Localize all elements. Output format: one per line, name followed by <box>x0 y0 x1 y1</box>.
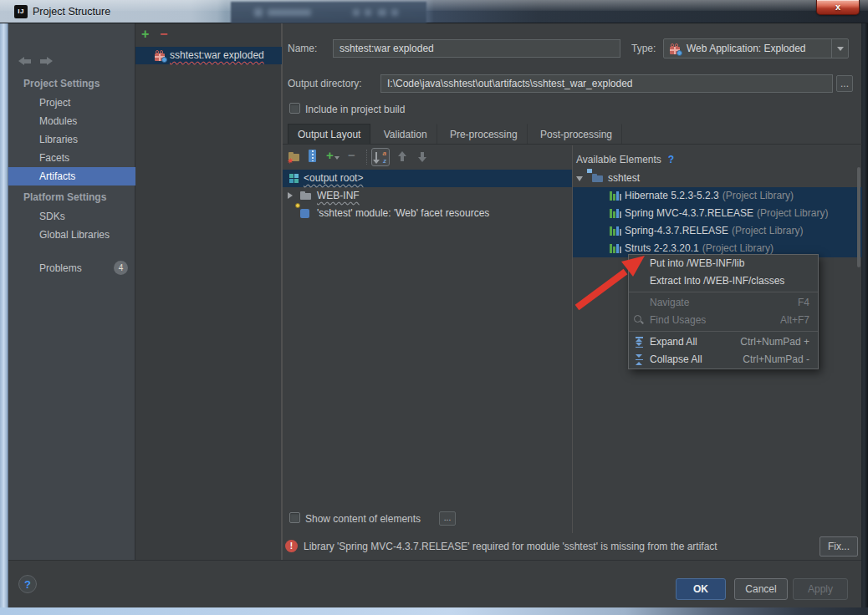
window-frame-right <box>861 23 868 615</box>
error-bar: ! Library 'Spring MVC-4.3.7.RELEASE' req… <box>283 535 862 560</box>
help-button[interactable]: ? <box>18 575 37 593</box>
tree-row-module-facet[interactable]: 'sshtest' module: 'Web' facet resources <box>283 205 572 222</box>
tabs-underline <box>283 144 862 145</box>
show-content-of-elements-label: Show content of elements <box>305 513 421 525</box>
menu-item-label: Navigate <box>650 297 689 308</box>
available-elements-title: Available Elements <box>576 154 661 165</box>
help-icon[interactable]: ? <box>668 154 674 165</box>
dropdown-arrow-icon[interactable] <box>831 39 848 58</box>
menu-separator <box>629 331 818 332</box>
name-label: Name: <box>288 43 317 54</box>
artifact-tabs: Output Layout Validation Pre-processing … <box>288 124 622 145</box>
sort-alphabetically-icon[interactable]: az <box>371 148 390 166</box>
web-inf-label: WEB-INF <box>317 187 360 205</box>
sidebar-item-artifacts[interactable]: Artifacts <box>8 167 135 186</box>
context-menu: Put into /WEB-INF/lib Extract Into /WEB-… <box>628 254 819 369</box>
create-directory-icon[interactable]: ✷ <box>288 150 301 163</box>
name-input[interactable] <box>333 39 620 58</box>
library-name: Hibernate 5.2.3-5.2.3 <box>625 190 719 201</box>
browse-output-directory-button[interactable]: ... <box>836 75 853 92</box>
add-artifact-button[interactable]: + <box>141 27 149 42</box>
tab-pre-processing[interactable]: Pre-processing <box>440 124 528 145</box>
menu-item-collapse-all[interactable]: Ctrl+NumPad - Collapse All <box>629 351 818 368</box>
library-name: Spring-4.3.7.RELEASE <box>625 225 728 236</box>
expand-all-icon <box>634 337 645 348</box>
menu-separator <box>629 292 818 292</box>
sidebar-item-facets[interactable]: Facets <box>8 149 135 167</box>
problems-label: Problems <box>39 262 82 274</box>
chevron-right-icon[interactable] <box>288 192 293 199</box>
menu-item-label: Expand All <box>650 336 697 348</box>
move-down-icon[interactable] <box>417 151 427 162</box>
forward-arrow-icon[interactable] <box>38 57 53 66</box>
cancel-button[interactable]: Cancel <box>734 578 788 600</box>
menu-item-expand-all[interactable]: Ctrl+NumPad + Expand All <box>629 333 818 351</box>
menu-item-put-into-web-inf-lib[interactable]: Put into /WEB-INF/lib <box>629 255 818 272</box>
intellij-logo-icon: IJ <box>14 5 28 18</box>
library-icon <box>610 243 621 254</box>
close-button[interactable]: x <box>816 0 860 15</box>
move-up-icon[interactable] <box>397 151 407 162</box>
fix-button[interactable]: Fix... <box>819 536 858 557</box>
menu-item-navigate[interactable]: F4 Navigate <box>629 294 818 312</box>
tree-row-web-inf[interactable]: WEB-INF <box>283 187 572 205</box>
tree-row-output-root[interactable]: <output root> <box>283 170 572 187</box>
sidebar-item-problems[interactable]: Problems 4 <box>8 259 135 277</box>
add-element-icon[interactable]: + <box>326 148 334 162</box>
type-dropdown[interactable]: Web Application: Exploded <box>663 38 849 58</box>
window-frame-left <box>0 23 8 615</box>
chevron-down-icon[interactable] <box>576 176 583 181</box>
apply-button[interactable]: Apply <box>793 578 848 600</box>
title-bar: IJ Project Structure x <box>0 0 868 23</box>
create-archive-icon[interactable] <box>309 150 316 162</box>
back-arrow-icon[interactable] <box>18 57 33 66</box>
include-in-project-build-checkbox[interactable] <box>289 103 300 114</box>
tab-output-layout[interactable]: Output Layout <box>288 124 370 145</box>
include-in-project-build-label: Include in project build <box>305 104 405 115</box>
menu-item-find-usages[interactable]: Alt+F7 Find Usages <box>629 312 818 329</box>
ok-button[interactable]: OK <box>676 578 726 600</box>
library-kind: (Project Library) <box>722 190 794 201</box>
show-content-of-elements-checkbox[interactable] <box>289 512 300 523</box>
available-libraries-list: Hibernate 5.2.3-5.2.3(Project Library) S… <box>573 187 862 257</box>
sidebar-item-libraries[interactable]: Libraries <box>8 130 135 149</box>
module-facet-label: 'sshtest' module: 'Web' facet resources <box>317 205 489 222</box>
shortcut-label: Ctrl+NumPad - <box>743 351 809 368</box>
library-kind: (Project Library) <box>732 225 803 236</box>
project-structure-dialog: IJ Project Structure x Project Settings … <box>0 0 868 615</box>
output-directory-label: Output directory: <box>288 78 362 89</box>
tab-validation[interactable]: Validation <box>374 124 437 145</box>
menu-item-label: Find Usages <box>650 314 706 326</box>
tree-row-sshtest-module[interactable]: sshtest <box>573 170 862 187</box>
artifact-icon <box>154 49 166 62</box>
menu-item-extract-into-web-inf-classes[interactable]: Extract Into /WEB-INF/classes <box>629 272 818 290</box>
remove-artifact-button[interactable]: − <box>160 27 167 42</box>
sidebar-item-sdks[interactable]: SDKs <box>8 207 135 226</box>
error-message: Library 'Spring MVC-4.3.7.RELEASE' requi… <box>304 541 717 552</box>
error-icon: ! <box>285 540 298 552</box>
show-content-options-button[interactable]: ... <box>439 511 456 526</box>
output-directory-input[interactable] <box>380 74 833 93</box>
section-header-project-settings: Project Settings <box>8 74 135 94</box>
toolbar-separator <box>366 150 367 165</box>
sidebar-item-global-libraries[interactable]: Global Libraries <box>8 226 135 244</box>
sidebar-item-modules[interactable]: Modules <box>8 112 135 130</box>
library-row-hibernate[interactable]: Hibernate 5.2.3-5.2.3(Project Library) <box>573 187 862 205</box>
library-row-spring[interactable]: Spring-4.3.7.RELEASE(Project Library) <box>573 222 862 240</box>
artifact-editor-panel: Name: Type: Web Application: Exploded Ou… <box>282 23 861 560</box>
library-kind: (Project Library) <box>757 207 828 219</box>
library-row-spring-mvc[interactable]: Spring MVC-4.3.7.RELEASE(Project Library… <box>573 205 862 222</box>
sidebar-item-project[interactable]: Project <box>8 94 135 112</box>
scrollbar-thumb[interactable] <box>857 167 860 267</box>
type-value: Web Application: Exploded <box>687 43 806 54</box>
remove-element-icon[interactable]: − <box>348 148 355 162</box>
tab-post-processing[interactable]: Post-processing <box>530 124 622 145</box>
output-root-label: <output root> <box>304 170 363 187</box>
shortcut-label: Alt+F7 <box>780 312 809 329</box>
window-frame-bottom <box>0 607 868 615</box>
artifact-name: sshtest:war exploded <box>170 47 264 64</box>
magnifier-icon <box>634 315 644 325</box>
module-name: sshtest <box>608 170 640 187</box>
available-elements-header: Available Elements? <box>576 154 674 165</box>
artifact-list-item[interactable]: sshtest:war exploded <box>135 47 282 64</box>
